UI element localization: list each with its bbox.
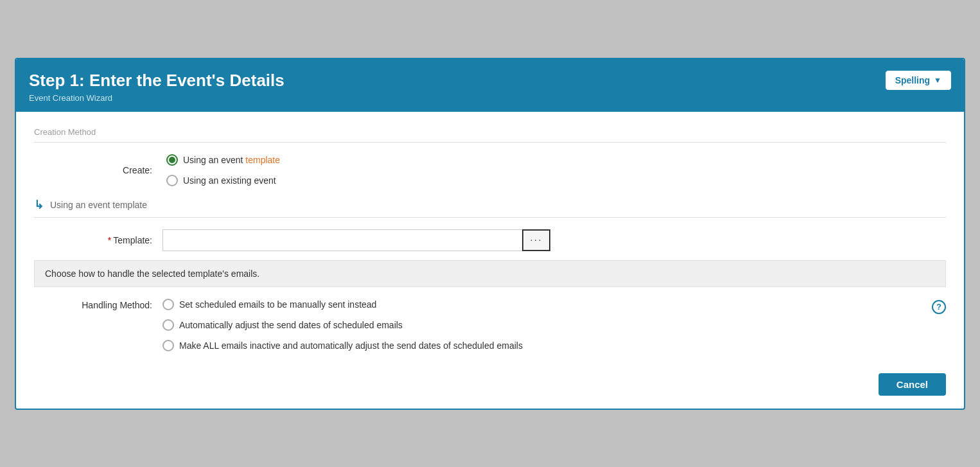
header-titles: Step 1: Enter the Event's Details Event … [29,71,284,103]
sub-section-header: ↳ Using an event template [34,198,946,212]
dialog-body: Creation Method Create: Using an event t… [16,112,964,364]
help-icon[interactable]: ? [932,300,946,314]
creation-method-radio-group: Using an event template Using an existin… [166,154,280,186]
template-browse-button[interactable]: ··· [522,229,550,251]
sub-section-divider [34,217,946,218]
template-input-wrap: ··· [162,229,550,251]
handling-options-group: Set scheduled emails to be manually sent… [162,299,920,351]
template-field-row: *Template: ··· [34,229,946,251]
dialog-footer: Cancel [16,364,964,409]
handling-method-row: Handling Method: Set scheduled emails to… [34,299,946,351]
cancel-button[interactable]: Cancel [879,373,946,396]
chevron-down-icon: ▼ [934,76,941,85]
radio-existing-circle [166,175,178,186]
dialog-container: Step 1: Enter the Event's Details Event … [15,58,965,410]
section-divider [34,142,946,143]
sub-section-title: Using an event template [50,200,147,210]
radio-template-label: Using an event template [183,155,280,165]
arrow-icon: ↳ [34,198,44,212]
radio-existing-label: Using an existing event [183,175,276,186]
sub-section-template: ↳ Using an event template *Template: ···… [34,198,946,351]
radio-auto-adjust-circle [162,319,174,331]
handling-label: Handling Method: [34,299,162,310]
create-method-row: Create: Using an event template Using an… [34,154,946,186]
radio-manual-circle [162,299,174,310]
template-input[interactable] [162,229,522,251]
handling-method-section: Handling Method: Set scheduled emails to… [34,299,946,351]
handling-option-manual[interactable]: Set scheduled emails to be manually sent… [162,299,920,310]
header: Step 1: Enter the Event's Details Event … [16,59,964,112]
create-label: Create: [34,165,162,175]
radio-inactive-circle [162,340,174,351]
spelling-button[interactable]: Spelling ▼ [886,71,951,90]
handling-option-inactive[interactable]: Make ALL emails inactive and automatical… [162,340,920,351]
radio-template-circle [166,154,178,166]
radio-option-existing[interactable]: Using an existing event [166,175,280,186]
radio-option-template[interactable]: Using an event template [166,154,280,166]
info-bar: Choose how to handle the selected templa… [34,260,946,287]
handling-auto-adjust-label: Automatically adjust the send dates of s… [179,320,403,330]
handling-inactive-label: Make ALL emails inactive and automatical… [179,340,523,351]
template-highlight: template [245,155,280,165]
section-creation-method-label: Creation Method [34,127,946,137]
page-title: Step 1: Enter the Event's Details [29,71,284,91]
required-marker: * [108,235,111,245]
handling-manual-label: Set scheduled emails to be manually sent… [179,299,376,310]
wizard-subtitle: Event Creation Wizard [29,93,284,103]
template-label-col: *Template: [34,235,162,245]
help-icon-col: ? [920,299,946,314]
handling-option-auto-adjust[interactable]: Automatically adjust the send dates of s… [162,319,920,331]
